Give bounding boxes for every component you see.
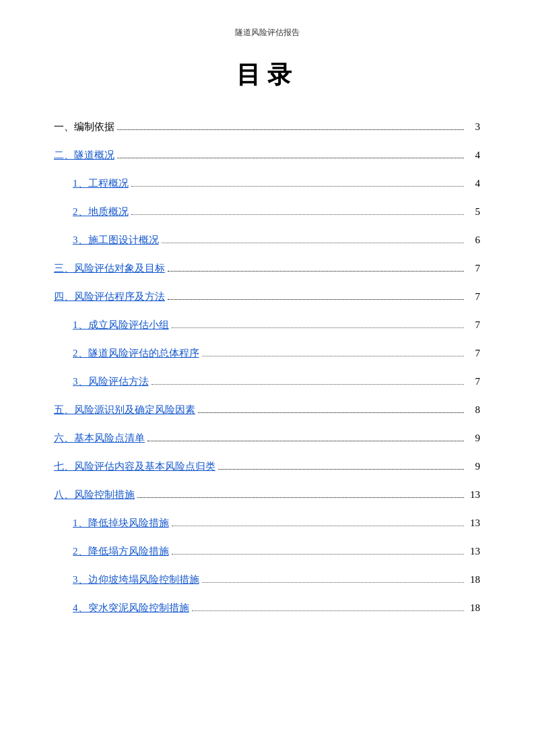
toc-item[interactable]: 3、边仰坡垮塌风险控制措施18	[54, 571, 480, 588]
toc-label: 一、编制依据	[54, 119, 114, 135]
toc-label[interactable]: 3、风险评估方法	[73, 373, 149, 389]
toc-dots	[192, 601, 465, 611]
toc-page-number: 7	[467, 288, 480, 305]
toc-dots	[202, 346, 465, 356]
toc-item[interactable]: 三、风险评估对象及目标7	[54, 260, 480, 276]
toc-label[interactable]: 3、边仰坡垮塌风险控制措施	[73, 571, 199, 588]
toc-page-number: 18	[467, 600, 480, 616]
page: 隧道风险评估报告 目录 一、编制依据3二、隧道概况41、工程概况42、地质概况5…	[0, 0, 534, 756]
toc-page-number: 9	[467, 430, 480, 446]
toc-page-number: 7	[467, 345, 480, 361]
toc-label[interactable]: 1、成立风险评估小组	[73, 317, 169, 333]
toc-dots	[131, 177, 465, 187]
toc-page-number: 13	[467, 486, 480, 503]
toc-page-number: 9	[467, 458, 480, 474]
toc-item[interactable]: 2、隧道风险评估的总体程序7	[54, 345, 480, 361]
toc-dots	[131, 205, 465, 215]
toc-dots	[147, 431, 464, 441]
toc-dots	[117, 148, 464, 158]
toc-item[interactable]: 二、隧道概况4	[54, 147, 480, 163]
toc-page-number: 13	[467, 515, 480, 531]
toc-item[interactable]: 五、风险源识别及确定风险因素8	[54, 402, 480, 418]
toc-label[interactable]: 八、风险控制措施	[54, 486, 135, 503]
toc-item[interactable]: 八、风险控制措施13	[54, 486, 480, 503]
toc-label[interactable]: 2、地质概况	[73, 203, 129, 220]
toc-page-number: 7	[467, 317, 480, 333]
toc-dots	[168, 261, 464, 272]
toc-page-number: 7	[467, 373, 480, 389]
toc-page-number: 13	[467, 543, 480, 559]
toc-label[interactable]: 二、隧道概况	[54, 147, 114, 163]
toc-item[interactable]: 2、降低塌方风险措施13	[54, 543, 480, 559]
toc-label[interactable]: 3、施工图设计概况	[73, 232, 159, 248]
toc-list: 一、编制依据3二、隧道概况41、工程概况42、地质概况53、施工图设计概况6三、…	[54, 119, 480, 616]
toc-label[interactable]: 三、风险评估对象及目标	[54, 260, 165, 276]
toc-item[interactable]: 1、成立风险评估小组7	[54, 317, 480, 333]
toc-item[interactable]: 七、风险评估内容及基本风险点归类9	[54, 458, 480, 474]
toc-dots	[152, 375, 465, 385]
toc-page-number: 18	[467, 571, 480, 588]
toc-item[interactable]: 3、施工图设计概况6	[54, 232, 480, 248]
main-title: 目录	[54, 59, 480, 92]
toc-dots	[162, 233, 465, 243]
toc-label[interactable]: 2、隧道风险评估的总体程序	[73, 345, 199, 361]
toc-dots	[202, 573, 465, 583]
toc-page-number: 5	[467, 203, 480, 220]
toc-label[interactable]: 1、工程概况	[73, 175, 129, 191]
toc-dots	[117, 120, 464, 130]
toc-label[interactable]: 六、基本风险点清单	[54, 430, 145, 446]
toc-dots	[172, 516, 465, 526]
toc-page-number: 4	[467, 175, 480, 191]
toc-label[interactable]: 五、风险源识别及确定风险因素	[54, 402, 195, 418]
toc-dots	[218, 460, 464, 470]
toc-item: 一、编制依据3	[54, 119, 480, 135]
page-header: 隧道风险评估报告	[54, 27, 480, 38]
toc-page-number: 4	[467, 147, 480, 163]
toc-item[interactable]: 1、降低掉块风险措施13	[54, 515, 480, 531]
toc-dots	[172, 544, 465, 555]
toc-label[interactable]: 2、降低塌方风险措施	[73, 543, 169, 559]
toc-page-number: 6	[467, 232, 480, 248]
toc-item[interactable]: 1、工程概况4	[54, 175, 480, 191]
toc-label[interactable]: 七、风险评估内容及基本风险点归类	[54, 458, 215, 474]
toc-dots	[198, 403, 464, 413]
toc-dots	[168, 290, 464, 300]
toc-item[interactable]: 四、风险评估程序及方法7	[54, 288, 480, 305]
toc-label[interactable]: 1、降低掉块风险措施	[73, 515, 169, 531]
toc-page-number: 3	[467, 119, 480, 135]
toc-item[interactable]: 4、突水突泥风险控制措施18	[54, 600, 480, 616]
toc-page-number: 7	[467, 260, 480, 276]
toc-label[interactable]: 4、突水突泥风险控制措施	[73, 600, 189, 616]
toc-dots	[172, 318, 465, 328]
toc-item[interactable]: 3、风险评估方法7	[54, 373, 480, 389]
toc-dots	[137, 488, 464, 498]
toc-page-number: 8	[467, 402, 480, 418]
toc-label[interactable]: 四、风险评估程序及方法	[54, 288, 165, 305]
toc-item[interactable]: 六、基本风险点清单9	[54, 430, 480, 446]
toc-item[interactable]: 2、地质概况5	[54, 203, 480, 220]
header-title: 隧道风险评估报告	[235, 28, 300, 37]
